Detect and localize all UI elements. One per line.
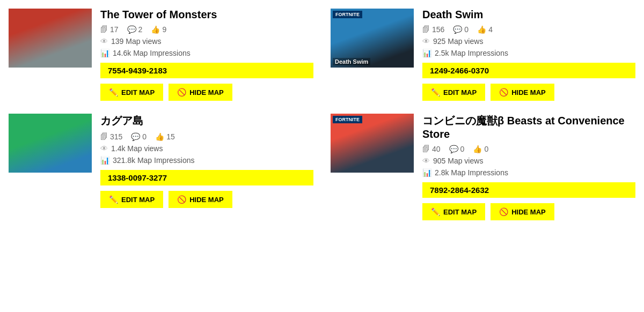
fortnite-badge: FORTNITE [333, 11, 362, 18]
edit-icon: ✏️ [109, 195, 118, 204]
hide-map-button-death-swim[interactable]: 🚫 HIDE MAP [491, 84, 554, 101]
comment-icon: 💬 [449, 145, 458, 153]
map-actions-convenience-store: ✏️ EDIT MAP 🚫 HIDE MAP [422, 203, 635, 220]
edit-label: EDIT MAP [443, 88, 477, 96]
comments-stat: 💬 0 [131, 132, 147, 141]
map-stats-tower-of-monsters: 🗐 17 💬 2 👍 9 [100, 25, 313, 34]
comments-count: 0 [464, 25, 469, 34]
hide-label: HIDE MAP [511, 88, 546, 96]
hide-label: HIDE MAP [189, 196, 224, 204]
hide-label: HIDE MAP [189, 88, 224, 96]
map-stats-kagua-island: 🗐 315 💬 0 👍 15 [100, 132, 313, 141]
map-actions-tower-of-monsters: ✏️ EDIT MAP 🚫 HIDE MAP [100, 84, 313, 101]
map-actions-death-swim: ✏️ EDIT MAP 🚫 HIDE MAP [422, 84, 635, 101]
edit-icon: ✏️ [431, 88, 440, 96]
map-code-tower-of-monsters: 7554-9439-2183 [100, 63, 313, 78]
likes-count: 9 [162, 25, 166, 34]
map-thumbnail-death-swim: FORTNITE Death Swim [331, 9, 414, 68]
views-text: 905 Map views [433, 157, 483, 165]
map-impressions-tower-of-monsters: 📊 14.6k Map Impressions [100, 49, 313, 57]
edit-label: EDIT MAP [443, 208, 477, 216]
edit-label: EDIT MAP [121, 196, 155, 204]
map-impressions-convenience-store: 📊 2.8k Map Impressions [422, 168, 635, 177]
comment-icon: 💬 [131, 132, 140, 141]
map-thumbnail-tower-of-monsters [9, 9, 92, 68]
pages-count: 40 [432, 145, 441, 153]
hide-icon: 🚫 [499, 207, 508, 216]
map-views-convenience-store: 👁 905 Map views [422, 157, 635, 165]
impressions-text: 2.5k Map Impressions [435, 49, 508, 57]
map-title-kagua-island: カグア島 [100, 114, 313, 128]
likes-count: 0 [484, 145, 488, 153]
map-info-death-swim: Death Swim 🗐 156 💬 0 👍 4 👁 925 Map views [422, 9, 635, 101]
like-icon: 👍 [151, 25, 160, 34]
map-card-tower-of-monsters: The Tower of Monsters 🗐 17 💬 2 👍 9 👁 139… [9, 9, 313, 101]
edit-map-button-convenience-store[interactable]: ✏️ EDIT MAP [422, 203, 485, 220]
map-info-tower-of-monsters: The Tower of Monsters 🗐 17 💬 2 👍 9 👁 139… [100, 9, 313, 101]
edit-map-button-kagua-island[interactable]: ✏️ EDIT MAP [100, 191, 163, 208]
map-impressions-death-swim: 📊 2.5k Map Impressions [422, 49, 635, 57]
comments-stat: 💬 0 [449, 145, 465, 153]
edit-map-button-death-swim[interactable]: ✏️ EDIT MAP [422, 84, 485, 101]
map-stats-convenience-store: 🗐 40 💬 0 👍 0 [422, 145, 635, 153]
map-title-convenience-store: コンビニの魔獣β Beasts at Convenience Store [422, 114, 635, 140]
chart-icon: 📊 [422, 168, 431, 177]
like-icon: 👍 [473, 145, 482, 153]
hide-map-button-kagua-island[interactable]: 🚫 HIDE MAP [169, 191, 232, 208]
chart-icon: 📊 [100, 156, 109, 165]
pages-stat: 🗐 17 [100, 25, 119, 34]
hide-map-button-convenience-store[interactable]: 🚫 HIDE MAP [491, 203, 554, 220]
edit-icon: ✏️ [431, 207, 440, 216]
map-info-convenience-store: コンビニの魔獣β Beasts at Convenience Store 🗐 4… [422, 114, 635, 220]
map-actions-kagua-island: ✏️ EDIT MAP 🚫 HIDE MAP [100, 191, 313, 208]
comments-count: 0 [460, 145, 465, 153]
map-impressions-kagua-island: 📊 321.8k Map Impressions [100, 156, 313, 165]
hide-icon: 🚫 [177, 88, 186, 96]
like-icon: 👍 [477, 25, 486, 34]
map-code-death-swim: 1249-2466-0370 [422, 63, 635, 78]
eye-icon: 👁 [422, 37, 430, 46]
map-card-death-swim: FORTNITE Death Swim Death Swim 🗐 156 💬 0… [331, 9, 635, 101]
pages-icon: 🗐 [100, 25, 108, 34]
views-text: 139 Map views [111, 37, 161, 46]
map-views-kagua-island: 👁 1.4k Map views [100, 144, 313, 153]
hide-map-button-tower-of-monsters[interactable]: 🚫 HIDE MAP [169, 84, 232, 101]
eye-icon: 👁 [422, 157, 430, 165]
impressions-text: 2.8k Map Impressions [435, 168, 508, 177]
map-views-tower-of-monsters: 👁 139 Map views [100, 37, 313, 46]
pages-count: 156 [432, 25, 444, 34]
eye-icon: 👁 [100, 144, 108, 153]
edit-icon: ✏️ [109, 88, 118, 96]
fortnite-badge: FORTNITE [333, 116, 362, 123]
views-text: 1.4k Map views [111, 144, 163, 153]
map-title-death-swim: Death Swim [422, 9, 635, 21]
likes-stat: 👍 0 [473, 145, 488, 153]
hide-icon: 🚫 [499, 88, 508, 96]
map-thumbnail-kagua-island [9, 114, 92, 173]
pages-count: 315 [110, 132, 122, 141]
hide-label: HIDE MAP [511, 208, 546, 216]
likes-count: 4 [488, 25, 493, 34]
comments-stat: 💬 0 [453, 25, 469, 34]
pages-icon: 🗐 [422, 145, 430, 153]
like-icon: 👍 [155, 132, 164, 141]
pages-stat: 🗐 156 [422, 25, 444, 34]
maps-grid: The Tower of Monsters 🗐 17 💬 2 👍 9 👁 139… [9, 9, 635, 220]
comment-icon: 💬 [453, 25, 462, 34]
map-thumbnail-convenience-store: FORTNITE [331, 114, 414, 173]
edit-map-button-tower-of-monsters[interactable]: ✏️ EDIT MAP [100, 84, 163, 101]
likes-stat: 👍 4 [477, 25, 493, 34]
eye-icon: 👁 [100, 37, 108, 46]
likes-count: 15 [166, 132, 175, 141]
comments-stat: 💬 2 [127, 25, 143, 34]
map-title-tower-of-monsters: The Tower of Monsters [100, 9, 313, 21]
chart-icon: 📊 [422, 49, 431, 57]
likes-stat: 👍 15 [155, 132, 175, 141]
pages-stat: 🗐 40 [422, 145, 441, 153]
map-code-kagua-island: 1338-0097-3277 [100, 170, 313, 185]
likes-stat: 👍 9 [151, 25, 166, 34]
pages-icon: 🗐 [100, 132, 108, 141]
views-text: 925 Map views [433, 37, 483, 46]
impressions-text: 321.8k Map Impressions [113, 156, 195, 165]
impressions-text: 14.6k Map Impressions [113, 49, 191, 57]
